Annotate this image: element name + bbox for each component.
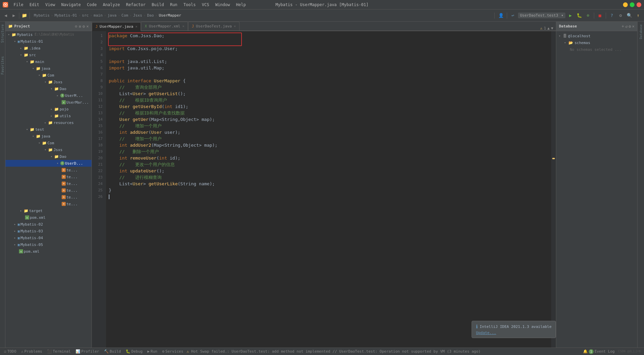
tree-item-test-dao[interactable]: ▾ 📁 Dao (5, 153, 91, 160)
search-btn[interactable]: 🔍 (626, 12, 633, 19)
tree-item-test-jsxs[interactable]: ▾ 📁 Jsxs (5, 146, 91, 153)
db-refresh-icon[interactable]: ↺ (625, 24, 627, 29)
stop-btn[interactable]: ■ (596, 12, 604, 19)
tab-close-usermapper[interactable]: × (135, 25, 137, 28)
tree-item-resources[interactable]: ▸ 📁 resources (5, 119, 91, 126)
tree-item-root-pom[interactable]: m pom.xml (5, 248, 91, 255)
problems-item[interactable]: ⚠ Problems (20, 349, 44, 354)
event-log-item[interactable]: 🔔 1 Event Log (582, 349, 616, 354)
menu-item-view[interactable]: View (43, 2, 58, 8)
breadcrumb-src[interactable]: src (82, 13, 89, 18)
panel-close-icon[interactable]: × (86, 24, 89, 29)
run-item[interactable]: ▶ Run (146, 349, 159, 354)
update-btn[interactable]: ↑ (635, 12, 642, 19)
tree-item-mybatis02[interactable]: ▸ ▣ Mybatis-02 (5, 221, 91, 228)
terminal-item[interactable]: ⬛ Terminal (46, 349, 72, 354)
menu-item-help[interactable]: Help (233, 2, 249, 8)
tab-userdaotest[interactable]: J UserDaoTest.java × (188, 22, 240, 30)
tree-item-dao[interactable]: ▾ 📁 Dao (5, 85, 91, 92)
tab-close-xml[interactable]: × (182, 24, 184, 28)
tree-item-pojo[interactable]: ▸ 📁 pojo (5, 106, 91, 112)
tree-item-mybatis04[interactable]: ▸ ▣ Mybatis-04 (5, 234, 91, 241)
tree-item-test3[interactable]: m te... (5, 180, 91, 187)
breadcrumb-dao[interactable]: Dao (147, 13, 154, 18)
warning-nav-down[interactable]: ▼ (551, 26, 553, 30)
menu-item-navigate[interactable]: Navigate (59, 2, 84, 8)
tree-item-test6[interactable]: m te... (5, 201, 91, 207)
breadcrumb-mybatis[interactable]: Mybatis (34, 13, 49, 18)
tree-item-jsxs[interactable]: ▾ 📁 Jsxs (5, 79, 91, 85)
tab-usermapper-xml[interactable]: X UserMapper.xml × (141, 22, 188, 30)
panel-gear-icon[interactable]: ⚙ (83, 24, 85, 29)
settings-btn[interactable]: ⚙ (617, 12, 624, 19)
debug-item[interactable]: 🐛 Debug (124, 349, 144, 354)
tree-item-mybatis03[interactable]: ▸ ▣ Mybatis-03 (5, 228, 91, 234)
tree-item-mybatis[interactable]: ▾ 📁 Mybatis E:\Ideal课程\Mybatis (5, 31, 91, 38)
tree-item-idea[interactable]: ▸ 📁 .idea (5, 45, 91, 51)
tab-usermapper-java[interactable]: J UserMapper.java × (92, 22, 141, 31)
profile-btn[interactable]: 👤 (497, 12, 505, 19)
menu-item-build[interactable]: Build (149, 2, 167, 8)
todo-item[interactable]: ☑ TODO (3, 349, 18, 354)
menu-item-file[interactable]: File (11, 2, 26, 8)
tree-item-test-java[interactable]: ▾ 📁 java (5, 133, 91, 140)
tree-item-test-com[interactable]: ▾ 📁 Com (5, 140, 91, 146)
undo-btn[interactable]: ↩ (509, 12, 517, 19)
tree-item-mybatis05[interactable]: ▸ ▣ Mybatis-05 (5, 241, 91, 248)
tree-item-pom[interactable]: m pom.xml (5, 214, 91, 221)
run-btn[interactable]: ▶ (567, 12, 574, 19)
run-config[interactable]: UserDaoTest.test3 ▾ (518, 13, 565, 18)
tree-item-com[interactable]: ▾ 📁 Com (5, 72, 91, 79)
menu-item-window[interactable]: Window (212, 2, 232, 8)
tree-item-test[interactable]: ▾ 📁 test (5, 126, 91, 133)
breadcrumb-java[interactable]: java (107, 13, 117, 18)
tree-item-usermapper-xml[interactable]: X UserMar... (5, 99, 91, 106)
breadcrumb-com[interactable]: Com (122, 13, 128, 18)
db-close-icon[interactable]: × (632, 24, 635, 29)
back-btn[interactable]: ◀ (2, 12, 9, 19)
services-item[interactable]: ⚙ Services (161, 349, 185, 354)
menu-item-analyze[interactable]: Analyze (100, 2, 123, 8)
tree-item-test2[interactable]: m te... (5, 173, 91, 180)
db-item-localhost[interactable]: ▾ 🗄 @localhost (558, 33, 636, 39)
close-btn[interactable] (637, 2, 641, 7)
tree-item-mybatis01[interactable]: ▾ ▣ Mybatis-01 (5, 38, 91, 45)
tree-item-src[interactable]: ▾ 📁 src (5, 51, 91, 58)
menu-item-code[interactable]: Code (84, 2, 100, 8)
minimize-btn[interactable] (623, 2, 628, 7)
tree-item-main[interactable]: ▾ 📁 main (5, 58, 91, 65)
panel-collapse-icon[interactable]: ≡ (79, 24, 81, 29)
db-item-schemas[interactable]: ▾ 📂 schemas (558, 39, 636, 46)
menu-item-vcs[interactable]: VCS (199, 2, 212, 8)
tree-item-test5[interactable]: m te... (5, 194, 91, 201)
help-btn[interactable]: ? (608, 12, 616, 19)
tree-item-utils[interactable]: ▸ 📁 utils (5, 112, 91, 119)
maximize-btn[interactable] (630, 2, 635, 7)
menu-item-refactor[interactable]: Refactor (123, 2, 148, 8)
menu-item-tools[interactable]: Tools (181, 2, 199, 8)
breadcrumb-mybatis01[interactable]: Mybatis-01 (55, 13, 77, 18)
db-add-icon[interactable]: + (622, 24, 624, 29)
warning-nav-up[interactable]: ▲ (547, 26, 550, 30)
db-settings-icon[interactable]: ⚙ (629, 24, 631, 29)
tree-item-test4[interactable]: m te... (5, 187, 91, 194)
scrollbar[interactable] (551, 31, 556, 348)
panel-sync-icon[interactable]: ⊙ (75, 24, 77, 29)
structure-tab[interactable]: Structure (1, 24, 4, 43)
coverage-btn[interactable]: ⊕ (584, 12, 592, 19)
menu-item-run[interactable]: Run (167, 2, 180, 8)
code-editor[interactable]: package Com.Jsxs.Dao; import Com.Jsxs.po… (106, 31, 551, 348)
tree-item-usermapper-java[interactable]: ▸ I UserM... (5, 92, 91, 99)
forward-btn[interactable]: ▶ (10, 12, 18, 19)
side-tab-database[interactable]: Database (639, 23, 643, 40)
profiler-item[interactable]: 📊 Profiler (74, 349, 101, 354)
build-item[interactable]: 🔨 Build (103, 349, 122, 354)
favorites-tab[interactable]: Favorites (1, 56, 4, 75)
debug-btn[interactable]: 🐛 (576, 12, 583, 19)
update-link[interactable]: Update... (476, 331, 496, 335)
breadcrumb-main[interactable]: main (94, 13, 103, 18)
menu-item-edit[interactable]: Edit (27, 2, 42, 8)
tab-close-test[interactable]: × (234, 24, 236, 28)
tree-item-test1[interactable]: m te... (5, 167, 91, 173)
tree-item-java[interactable]: ▾ 📁 java (5, 65, 91, 72)
